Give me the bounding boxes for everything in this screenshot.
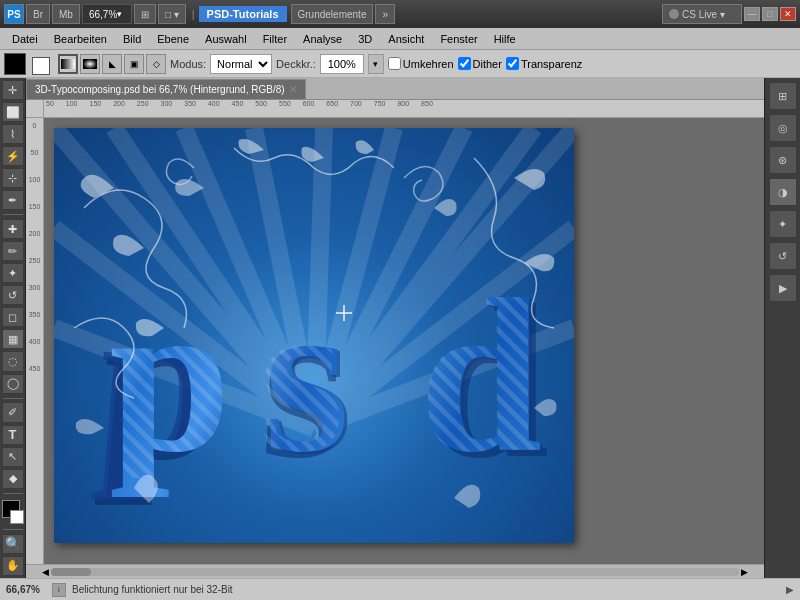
linear-gradient-option[interactable] (58, 54, 78, 74)
left-toolbar: ✛ ⬜ ⌇ ⚡ ⊹ ✒ ✚ ✏ ✦ ↺ ◻ ▦ ◌ ◯ ✐ T ↖ ◆ 🔍 ✋ (0, 78, 26, 578)
history-panel-button[interactable]: ↺ (769, 242, 797, 270)
status-info-button[interactable]: i (52, 583, 66, 597)
scroll-thumb[interactable] (51, 568, 91, 576)
menu-datei[interactable]: Datei (4, 31, 46, 47)
menu-ebene[interactable]: Ebene (149, 31, 197, 47)
status-expand-arrow[interactable]: ▶ (786, 584, 794, 595)
workspace-grundelemente[interactable]: Grundelemente (291, 4, 374, 24)
dither-label: Dither (473, 58, 502, 70)
crop-tool[interactable]: ⊹ (2, 168, 24, 188)
menu-filter[interactable]: Filter (255, 31, 295, 47)
ruler-row: 5010015020025030035040045050055060065070… (26, 100, 764, 118)
scroll-right-button[interactable]: ▶ (739, 567, 750, 577)
channels-panel-button[interactable]: ◎ (769, 114, 797, 142)
dither-checkbox[interactable] (458, 57, 471, 70)
background-swatch[interactable] (32, 57, 50, 75)
workspace-psd-tutorials[interactable]: PSD-Tutorials (199, 6, 287, 22)
arrangement-button[interactable]: ⊞ (134, 4, 156, 24)
path-select-tool[interactable]: ↖ (2, 447, 24, 467)
document-canvas[interactable]: p p (54, 128, 574, 543)
layers-panel-button[interactable]: ⊞ (769, 82, 797, 110)
deckkr-arrow[interactable]: ▾ (368, 54, 384, 74)
tool-separator-1 (3, 214, 23, 215)
svg-rect-1 (83, 59, 97, 69)
minimize-button[interactable]: — (744, 7, 760, 21)
horizontal-scrollbar[interactable]: ◀ ▶ (26, 564, 764, 578)
status-bar: 66,67% i Belichtung funktioniert nur bei… (0, 578, 800, 600)
bridge-button[interactable]: Br (26, 4, 50, 24)
deckkr-label: Deckkr.: (276, 58, 316, 70)
menu-analyse[interactable]: Analyse (295, 31, 350, 47)
paths-panel-button[interactable]: ⊛ (769, 146, 797, 174)
cs-live-button[interactable]: CS Live ▾ (662, 4, 742, 24)
vertical-ruler: 050100150200250300350400450 (26, 118, 44, 564)
document-tab-close[interactable]: ✕ (289, 84, 297, 95)
main-area: ✛ ⬜ ⌇ ⚡ ⊹ ✒ ✚ ✏ ✦ ↺ ◻ ▦ ◌ ◯ ✐ T ↖ ◆ 🔍 ✋ … (0, 78, 800, 578)
rectangle-select-tool[interactable]: ⬜ (2, 102, 24, 122)
scroll-left-button[interactable]: ◀ (40, 567, 51, 577)
healing-tool[interactable]: ✚ (2, 219, 24, 239)
angle-gradient-option[interactable]: ◣ (102, 54, 122, 74)
umkehren-checkbox-group: Umkehren (388, 57, 454, 70)
menu-hilfe[interactable]: Hilfe (486, 31, 524, 47)
close-button[interactable]: ✕ (780, 7, 796, 21)
document-tab-bar: 3D-Typocomposing.psd bei 66,7% (Hintergr… (26, 78, 764, 100)
deckkr-input[interactable] (320, 54, 364, 74)
status-message: Belichtung funktioniert nur bei 32-Bit (72, 584, 780, 595)
adjustments-panel-button[interactable]: ◑ (769, 178, 797, 206)
eyedropper-tool[interactable]: ✒ (2, 190, 24, 210)
shape-tool[interactable]: ◆ (2, 469, 24, 489)
screen-mode-button[interactable]: □ ▾ (158, 4, 186, 24)
lasso-tool[interactable]: ⌇ (2, 124, 24, 144)
canvas-scroll-area[interactable]: p p (44, 118, 764, 564)
window-controls: — □ ✕ (744, 7, 796, 21)
menu-ansicht[interactable]: Ansicht (380, 31, 432, 47)
diamond-gradient-option[interactable]: ◇ (146, 54, 166, 74)
foreground-swatch[interactable] (4, 53, 26, 75)
transparenz-checkbox-group: Transparenz (506, 57, 582, 70)
tool-separator-2 (3, 398, 23, 399)
quick-select-tool[interactable]: ⚡ (2, 146, 24, 166)
mini-bridge-button[interactable]: Mb (52, 4, 80, 24)
eraser-tool[interactable]: ◻ (2, 307, 24, 327)
radial-gradient-option[interactable] (80, 54, 100, 74)
menu-bar: Datei Bearbeiten Bild Ebene Auswahl Filt… (0, 28, 800, 50)
ruler-corner (26, 100, 44, 118)
gradient-tool[interactable]: ▦ (2, 329, 24, 349)
menu-bild[interactable]: Bild (115, 31, 149, 47)
background-color[interactable] (10, 510, 24, 524)
zoom-level: 66,67% (6, 584, 46, 595)
dither-checkbox-group: Dither (458, 57, 502, 70)
menu-bearbeiten[interactable]: Bearbeiten (46, 31, 115, 47)
ps-icon: PS (4, 4, 24, 24)
zoom-tool[interactable]: 🔍 (2, 534, 24, 554)
styles-panel-button[interactable]: ✦ (769, 210, 797, 238)
clone-stamp-tool[interactable]: ✦ (2, 263, 24, 283)
menu-fenster[interactable]: Fenster (432, 31, 485, 47)
transparenz-checkbox[interactable] (506, 57, 519, 70)
transparenz-label: Transparenz (521, 58, 582, 70)
history-brush-tool[interactable]: ↺ (2, 285, 24, 305)
modus-select[interactable]: Normal (210, 54, 272, 74)
type-tool[interactable]: T (2, 425, 24, 445)
zoom-display[interactable]: 66,7% ▾ (82, 4, 132, 24)
dodge-tool[interactable]: ◯ (2, 374, 24, 394)
hand-tool[interactable]: ✋ (2, 556, 24, 576)
color-swatches (2, 500, 24, 523)
psd-artwork: p p (54, 128, 574, 543)
menu-auswahl[interactable]: Auswahl (197, 31, 255, 47)
horizontal-ruler: 5010015020025030035040045050055060065070… (44, 100, 764, 118)
move-tool[interactable]: ✛ (2, 80, 24, 100)
gradient-type-group: ◣ ▣ ◇ (58, 54, 166, 74)
reflected-gradient-option[interactable]: ▣ (124, 54, 144, 74)
blur-tool[interactable]: ◌ (2, 351, 24, 371)
umkehren-checkbox[interactable] (388, 57, 401, 70)
menu-3d[interactable]: 3D (350, 31, 380, 47)
tool-separator-4 (3, 529, 23, 530)
brush-tool[interactable]: ✏ (2, 241, 24, 261)
document-tab[interactable]: 3D-Typocomposing.psd bei 66,7% (Hintergr… (26, 79, 306, 99)
actions-panel-button[interactable]: ▶ (769, 274, 797, 302)
expand-workspaces[interactable]: » (375, 4, 395, 24)
pen-tool[interactable]: ✐ (2, 402, 24, 422)
maximize-button[interactable]: □ (762, 7, 778, 21)
